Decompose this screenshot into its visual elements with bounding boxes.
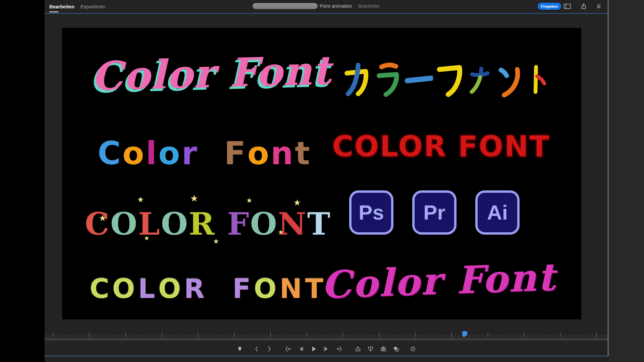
freigeben-button[interactable]: Freigeben	[538, 3, 561, 10]
export-frame-icon[interactable]	[379, 345, 388, 353]
sample-puffy-balloon: COLOR FONT	[104, 272, 312, 305]
workspace-tabs: Bearbeiten Exportieren	[49, 0, 106, 13]
sample-script-magenta: Color Font	[346, 250, 531, 312]
kana-small-o	[467, 61, 492, 98]
star-icon: ★	[294, 198, 302, 207]
program-monitor-canvas: Color Font	[62, 28, 581, 319]
timeline-ruler[interactable]	[45, 330, 608, 341]
comparison-view-icon[interactable]	[392, 345, 400, 353]
add-marker-icon[interactable]	[235, 345, 244, 353]
star-icon: ★	[278, 229, 284, 235]
step-forward-icon[interactable]	[322, 345, 331, 353]
star-icon: ★	[247, 197, 253, 204]
kana-ka	[343, 61, 371, 98]
bottom-divider-line	[45, 356, 608, 356]
tab-exportieren[interactable]: Exportieren	[80, 1, 106, 13]
screen: Bearbeiten Exportieren Point animation -…	[0, 0, 644, 362]
step-back-icon[interactable]	[297, 345, 305, 353]
festive-text: COLOR FONT	[85, 206, 331, 242]
project-name: Point animation	[320, 3, 352, 9]
menu-icon[interactable]	[595, 3, 603, 10]
star-icon: ★	[99, 214, 107, 222]
mark-in-icon[interactable]	[252, 345, 261, 353]
timeline-scroll-track[interactable]	[45, 338, 608, 341]
premiere-window: Bearbeiten Exportieren Point animation -…	[45, 0, 608, 362]
desktop-right-margin	[608, 0, 644, 362]
extract-icon[interactable]	[366, 345, 375, 353]
kana-ra	[374, 61, 402, 98]
mark-out-icon[interactable]	[265, 345, 274, 353]
transport-controls	[45, 343, 608, 355]
project-title: Point animation - Bearbeitet	[320, 3, 380, 9]
go-to-in-icon[interactable]	[284, 345, 292, 353]
kana-n	[495, 61, 523, 98]
kana-dash	[405, 61, 433, 98]
sample-adobe-icons: Ps Pr Ai	[345, 188, 523, 237]
sample-script-pink: Color Font	[93, 37, 330, 110]
star-icon: ★	[144, 235, 150, 241]
premiere-icon: Pr	[412, 190, 457, 235]
play-icon[interactable]	[309, 345, 318, 353]
button-editor-icon[interactable]	[409, 345, 417, 353]
star-icon: ★	[191, 193, 199, 203]
lift-icon[interactable]	[354, 345, 362, 353]
kana-fu	[436, 61, 464, 98]
illustrator-icon: Ai	[475, 190, 520, 235]
share-export-icon[interactable]	[580, 3, 588, 10]
header-bar: Bearbeiten Exportieren Point animation -…	[45, 0, 608, 13]
star-icon: ★	[213, 238, 220, 245]
project-status: - Bearbeitet	[355, 3, 379, 9]
ruler-minor-ticks	[45, 335, 608, 337]
sample-red-glitter: COLOR FONT	[335, 128, 547, 164]
sample-katakana	[335, 56, 557, 98]
star-icon: ★	[138, 195, 145, 203]
photoshop-icon: Ps	[349, 190, 393, 235]
header-divider-line	[45, 13, 608, 14]
sample-festive-multicolor: COLOR FONT ★ ★ ★ ★ ★ ★ ★ ★	[104, 202, 312, 246]
go-to-out-icon[interactable]	[335, 345, 343, 353]
playhead-marker[interactable]	[462, 331, 467, 336]
workspace-panel-icon[interactable]	[563, 3, 571, 10]
kana-to	[526, 61, 549, 98]
tab-bearbeiten[interactable]: Bearbeiten	[49, 1, 75, 13]
sample-rounded-multicolor: Color Font	[101, 136, 309, 171]
blurred-project-pill	[253, 3, 318, 9]
